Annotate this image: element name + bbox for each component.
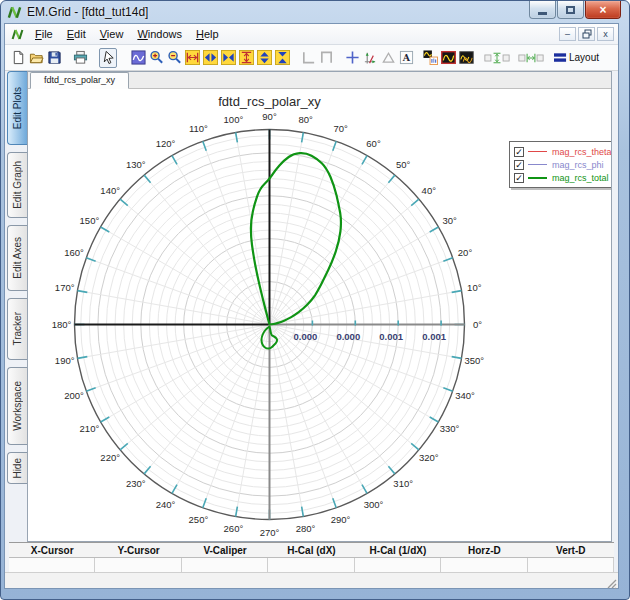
text-label-button[interactable]: A	[397, 48, 415, 68]
plot-title: fdtd_rcs_polar_xy	[218, 94, 321, 109]
plot-style-2-icon	[459, 50, 474, 65]
angle-label: 250°	[189, 514, 209, 525]
text-label-icon: A	[399, 50, 414, 65]
zoom-out-button[interactable]	[165, 48, 183, 68]
plot-panel: fdtd_rcs_polar_xy 0.0000.0000.0010.0010°…	[27, 71, 612, 542]
sidebar-item-edit-axes[interactable]: Edit Axes	[7, 225, 27, 291]
menu-bar: FileEditViewWindowsHelp – x	[5, 24, 618, 45]
polar-plot-canvas[interactable]: 0.0000.0000.0010.0010°10°20°30°40°50°60°…	[28, 89, 611, 541]
legend-checkbox-mag_rcs_total[interactable]: ✓	[514, 173, 524, 183]
menu-edit[interactable]: Edit	[60, 26, 93, 42]
radial-tick-label: 0.001	[379, 331, 403, 342]
sidebar-item-hide[interactable]: Hide	[7, 452, 27, 484]
document-tab-bar: fdtd_rcs_polar_xy	[28, 72, 611, 89]
document-icon	[11, 28, 24, 41]
layout-button[interactable]: Layout	[553, 48, 601, 68]
sidebar-item-label: Hide	[12, 458, 23, 479]
sidebar-item-edit-plots[interactable]: Edit Plots	[7, 71, 27, 145]
angle-label: 230°	[126, 478, 146, 489]
legend-line-sample	[528, 151, 547, 152]
angle-label: 280°	[296, 523, 316, 534]
emgrid-logo-icon	[7, 5, 22, 20]
radial-tick-label: 0.000	[336, 331, 360, 342]
angle-label: 70°	[333, 123, 348, 134]
select-arrow-icon	[101, 50, 116, 65]
angle-label: 130°	[126, 159, 146, 170]
legend-checkbox-mag_rcs_theta[interactable]: ✓	[514, 147, 524, 157]
sidebar-item-label: Edit Plots	[12, 87, 23, 129]
fit-height-box-icon	[484, 51, 510, 65]
angle-label: 290°	[331, 514, 351, 525]
angle-label: 170°	[55, 282, 75, 293]
angle-label: 120°	[156, 138, 176, 149]
sidebar-item-edit-graph[interactable]: Edit Graph	[7, 152, 27, 218]
print-icon	[73, 50, 88, 65]
fit-y-button[interactable]	[255, 48, 273, 68]
legend-checkbox-mag_rcs_phi[interactable]: ✓	[514, 160, 524, 170]
resize-grip[interactable]	[605, 575, 617, 587]
expand-y-button[interactable]	[237, 48, 255, 68]
readout-value-cell	[441, 558, 527, 572]
axes-icon	[363, 50, 378, 65]
fit-width-box-button	[517, 48, 545, 68]
angle-label: 300°	[364, 499, 384, 510]
angle-label: 20°	[458, 247, 473, 258]
menu-windows[interactable]: Windows	[130, 26, 189, 42]
maximize-button[interactable]	[557, 1, 584, 19]
angle-label: 330°	[440, 423, 460, 434]
axes-button[interactable]	[361, 48, 379, 68]
fit-width-box-icon	[518, 51, 544, 65]
open-file-button[interactable]	[27, 48, 45, 68]
export-plot-button[interactable]	[421, 48, 439, 68]
shrink-y-button[interactable]	[273, 48, 291, 68]
crosshair-button[interactable]	[343, 48, 361, 68]
fit-height-box-button	[483, 48, 511, 68]
margin-top-icon	[319, 50, 334, 65]
angle-label: 0°	[473, 319, 482, 330]
select-arrow-button[interactable]	[99, 48, 117, 68]
new-file-button[interactable]	[9, 48, 27, 68]
shrink-y-icon	[275, 50, 290, 65]
mdi-restore-icon	[582, 29, 592, 39]
readout-header-h-cal-1-dx-: H-Cal (1/dX)	[355, 543, 441, 558]
tab-fdtd-rcs-polar-xy[interactable]: fdtd_rcs_polar_xy	[30, 72, 129, 89]
readout-header-horz-d: Horz-D	[441, 543, 527, 558]
margin-left-icon	[301, 50, 316, 65]
close-button[interactable]: ×	[585, 1, 621, 19]
status-bar	[5, 572, 618, 588]
svg-text:A: A	[401, 52, 410, 63]
print-button[interactable]	[71, 48, 89, 68]
angle-label: 100°	[224, 114, 244, 125]
zoom-in-button[interactable]	[147, 48, 165, 68]
angle-label: 310°	[393, 478, 413, 489]
plot-style-2-button[interactable]	[457, 48, 475, 68]
cursor-readout-table: X-CursorY-CursorV-CaliperH-Cal (dX)H-Cal…	[9, 542, 614, 572]
mdi-close-button[interactable]: x	[597, 27, 614, 41]
shrink-x-icon	[221, 50, 236, 65]
save-file-button[interactable]	[45, 48, 63, 68]
sidebar-item-workspace[interactable]: Workspace	[7, 367, 27, 445]
minimize-button[interactable]	[529, 1, 556, 19]
sidebar-item-label: Edit Axes	[12, 237, 23, 279]
angle-label: 80°	[298, 114, 313, 125]
menu-view[interactable]: View	[93, 26, 131, 42]
angle-label: 30°	[442, 215, 457, 226]
mdi-minimize-button[interactable]: –	[559, 27, 576, 41]
readout-value-cell	[95, 558, 181, 572]
shrink-x-button[interactable]	[219, 48, 237, 68]
angle-label: 270°	[260, 527, 280, 538]
readout-value-cell	[528, 558, 614, 572]
mdi-restore-button[interactable]	[578, 27, 595, 41]
export-plot-icon	[423, 50, 438, 65]
angle-label: 110°	[189, 123, 208, 134]
menu-help[interactable]: Help	[189, 26, 226, 42]
plot-style-1-button[interactable]	[439, 48, 457, 68]
sidebar-item-tracker[interactable]: Tracker	[7, 298, 27, 360]
expand-x-button[interactable]	[183, 48, 201, 68]
legend-entry-mag_rcs_theta: ✓mag_rcs_theta	[514, 145, 611, 158]
fit-x-button[interactable]	[201, 48, 219, 68]
fit-plot-button[interactable]	[129, 48, 147, 68]
menu-file[interactable]: File	[28, 26, 60, 42]
fit-plot-icon	[131, 50, 146, 65]
angle-label: 60°	[366, 138, 381, 149]
